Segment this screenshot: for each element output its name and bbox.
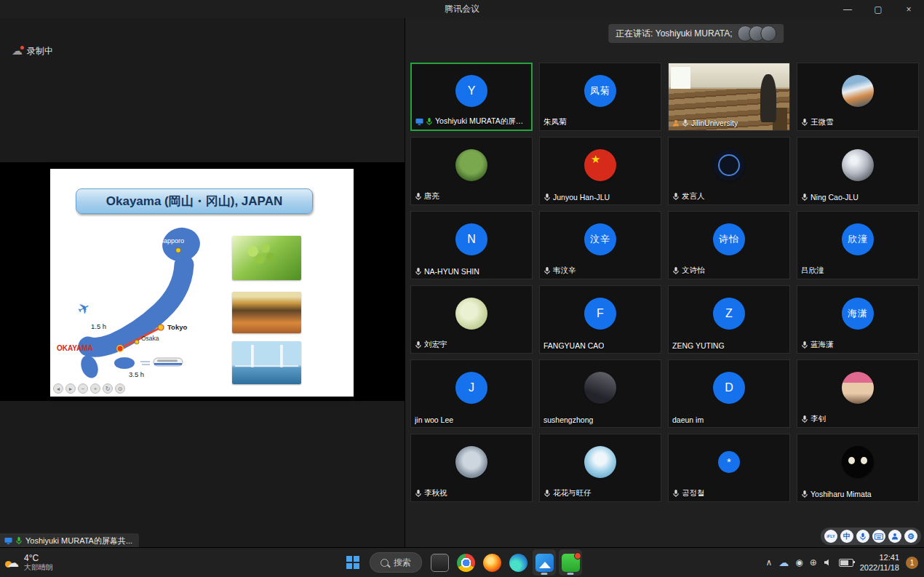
start-button[interactable] (340, 550, 365, 575)
mic-icon (415, 192, 422, 201)
app-edge[interactable] (506, 549, 530, 576)
person-icon[interactable] (888, 530, 901, 543)
tray-chevron-up-icon[interactable]: ∧ (765, 557, 772, 568)
participant-label: 李秋祝 (415, 488, 447, 498)
participant-label: 蓝海潇 (801, 340, 834, 350)
minimize-button[interactable]: — (832, 0, 863, 18)
mic-icon (801, 341, 808, 349)
map-label-okayama: OKAYAMA (57, 344, 93, 352)
participant-label: Yoshiyuki MURATA的屏幕共... (415, 116, 530, 127)
participant-tile-10[interactable]: 汶辛韦汶辛 (539, 211, 661, 279)
app-chrome[interactable] (454, 549, 477, 576)
participant-tile-20[interactable]: 李钊 (797, 359, 919, 428)
participant-tile-17[interactable]: Jjin woo Lee (410, 359, 533, 428)
mic-icon (672, 192, 680, 201)
app-wechat[interactable] (559, 549, 582, 576)
system-tray: ∧ ☁ ◉ ⊕ 12:41 2022/11/18 1 (765, 548, 918, 577)
mic-icon (682, 119, 689, 127)
participant-tile-22[interactable]: 花花与旺仔 (539, 434, 661, 502)
tray-volume-icon[interactable] (824, 559, 832, 566)
close-button[interactable]: × (893, 0, 924, 18)
participant-tile-23[interactable]: *공정철 (668, 434, 790, 502)
participant-tile-16[interactable]: 海潇蓝海潇 (797, 285, 919, 354)
tray-cloud-icon[interactable]: ☁ (778, 557, 789, 568)
participant-label: Junyou Han-JLU (543, 193, 610, 202)
map-label-tokyo: Tokyo (167, 323, 187, 331)
participant-avatar: D (713, 372, 745, 404)
slide-nav-button[interactable]: + (90, 383, 100, 394)
app-window-capture[interactable] (428, 549, 451, 576)
app-media[interactable] (533, 549, 556, 576)
mic-icon[interactable] (856, 530, 869, 543)
participant-tile-5[interactable]: 唐亮 (410, 137, 533, 205)
window-titlebar: 腾讯会议 — ▢ × (0, 0, 924, 18)
ifly-logo-icon[interactable]: iFLY (824, 530, 837, 543)
participant-name: jin woo Lee (415, 415, 453, 424)
participant-tile-8[interactable]: Ning Cao-JLU (797, 137, 919, 205)
app-firefox[interactable] (480, 549, 503, 576)
participant-label: ZENG YUTING (672, 341, 725, 350)
tray-eye-icon[interactable]: ◉ (795, 557, 802, 568)
participant-label: 刘宏宇 (415, 340, 447, 350)
notification-badge[interactable]: 1 (906, 557, 918, 569)
participant-name: Junyou Han-JLU (553, 193, 610, 202)
share-owner-name: Yoshiyuki MURATA的屏幕共... (25, 536, 132, 546)
search-label: 搜索 (394, 557, 411, 569)
participant-tile-7[interactable]: 发言人 (668, 137, 790, 205)
edge-icon (509, 554, 527, 572)
gear-icon[interactable]: ⚙ (904, 530, 917, 543)
participant-tile-18[interactable]: sushengzhong (539, 359, 661, 428)
participant-avatar: Z (713, 298, 745, 330)
tray-battery-icon[interactable] (839, 559, 853, 567)
participant-label: FANGYUAN CAO (543, 341, 604, 350)
participant-tile-11[interactable]: 诗怡文诗怡 (668, 211, 790, 279)
participant-tile-3[interactable]: JilinUniversity (668, 63, 790, 131)
participant-tile-24[interactable]: Yoshiharu Mimata (797, 434, 919, 502)
taskbar-center: 搜索 (340, 548, 584, 577)
share-owner-pill[interactable]: Yoshiyuki MURATA的屏幕共... (0, 533, 139, 548)
participant-label: 发言人 (672, 191, 705, 202)
maximize-button[interactable]: ▢ (863, 0, 893, 18)
avatar (761, 25, 777, 41)
tray-time: 12:41 (860, 552, 899, 562)
weather-text: 4°C 大部晴朗 (24, 553, 53, 572)
tray-clock[interactable]: 12:41 2022/11/18 (860, 552, 899, 573)
participant-tile-19[interactable]: Ddaeun im (668, 359, 790, 428)
taskbar-search[interactable]: 搜索 (370, 552, 422, 573)
keyboard-icon[interactable] (872, 530, 885, 543)
language-toggle-icon[interactable]: 中 (840, 530, 853, 543)
participants-pane: 正在讲话: Yoshiyuki MURATA; YYoshiyuki MURAT… (405, 18, 924, 548)
participant-tile-4[interactable]: 王微雪 (797, 63, 919, 131)
slide-nav-button[interactable]: ⊙ (115, 383, 125, 394)
participant-tile-6[interactable]: ★Junyou Han-JLU (539, 137, 661, 205)
recording-indicator: ☁ 录制中 (12, 44, 53, 57)
slide-nav-button[interactable]: ▸ (65, 383, 76, 394)
participant-tile-14[interactable]: FFANGYUAN CAO (539, 285, 661, 354)
map-label-osaka: Osaka (141, 335, 159, 342)
slide-nav-button[interactable]: − (78, 383, 88, 394)
weather-widget[interactable]: ☁ 4°C 大部晴朗 (7, 548, 53, 577)
slide-nav-button[interactable]: ◂ (53, 383, 63, 394)
participant-tile-9[interactable]: NNA-HYUN SHIN (410, 211, 533, 279)
map-label-train-time: 3.5 h (129, 370, 144, 378)
mic-icon (672, 489, 680, 498)
participant-label: sushengzhong (543, 415, 593, 424)
desktop-screen: 腾讯会议 — ▢ × ☁ 录制中 Okayama (岡山・冈山), JAPAN (0, 0, 924, 577)
participant-name: NA-HYUN SHIN (424, 267, 479, 276)
slide-nav-controls: ◂▸−+↻⊙ (53, 383, 125, 394)
participant-tile-15[interactable]: ZZENG YUTING (668, 285, 790, 354)
participant-avatar: J (455, 372, 487, 404)
participant-name: 文诗怡 (682, 266, 705, 276)
participant-name: JilinUniversity (691, 119, 738, 127)
tray-network-icon[interactable]: ⊕ (810, 557, 817, 568)
participant-tile-1[interactable]: YYoshiyuki MURATA的屏幕共... (410, 63, 533, 131)
participant-tile-13[interactable]: 刘宏宇 (410, 285, 533, 354)
participant-avatar: F (584, 298, 616, 330)
participant-tile-12[interactable]: 欣潼吕欣潼 (797, 211, 919, 279)
participant-tile-21[interactable]: 李秋祝 (410, 434, 533, 502)
speaking-banner: 正在讲话: Yoshiyuki MURATA; (608, 24, 784, 43)
slide-nav-button[interactable]: ↻ (103, 383, 113, 394)
japan-map: ✈ Sapporo Tokyo OKAYAMA Osaka 1.5 h 3.5 … (53, 217, 228, 393)
mic-icon (415, 489, 422, 498)
participant-tile-2[interactable]: 凤菊朱凤菊 (539, 63, 661, 131)
